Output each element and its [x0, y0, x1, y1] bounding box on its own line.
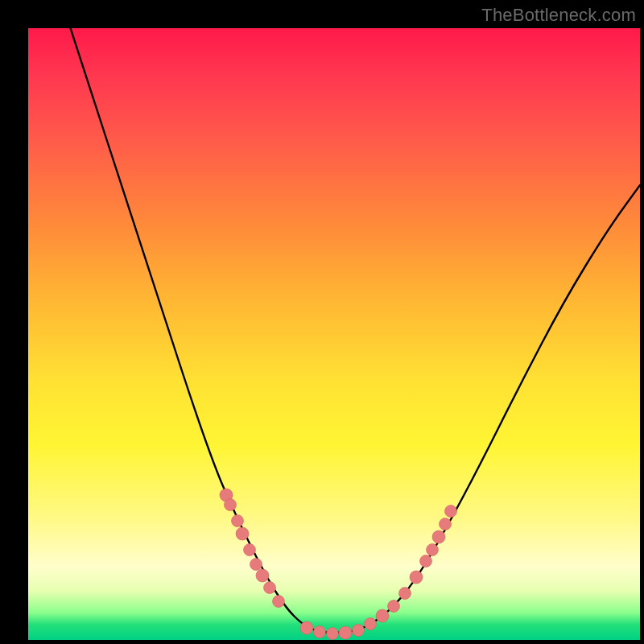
highlight-dot [388, 601, 400, 613]
chart-frame: TheBottleneck.com [0, 0, 644, 644]
highlight-dot [420, 555, 432, 568]
highlight-dot [264, 582, 276, 594]
watermark-text: TheBottleneck.com [481, 5, 636, 26]
highlight-dot [427, 544, 439, 556]
highlight-dot [353, 625, 365, 637]
highlight-dot [236, 527, 249, 540]
highlight-dot [376, 609, 389, 622]
highlight-dot [273, 596, 285, 608]
highlight-dot [399, 588, 411, 600]
highlight-dots [220, 489, 457, 640]
highlight-dot [314, 626, 326, 638]
highlight-dot [300, 621, 313, 634]
highlight-dot [256, 569, 269, 582]
highlight-dot [250, 559, 262, 571]
highlight-dot [232, 515, 244, 527]
highlight-dot [327, 628, 339, 640]
curve-layer [28, 28, 640, 640]
highlight-dot [225, 499, 237, 511]
highlight-dot [440, 518, 452, 530]
bottleneck-curve [65, 28, 640, 633]
highlight-dot [410, 571, 423, 584]
highlight-dot [365, 618, 377, 630]
highlight-dot [339, 626, 352, 639]
plot-area [28, 28, 640, 640]
highlight-dot [244, 544, 256, 556]
highlight-dot [445, 506, 457, 518]
highlight-dot [432, 530, 445, 543]
